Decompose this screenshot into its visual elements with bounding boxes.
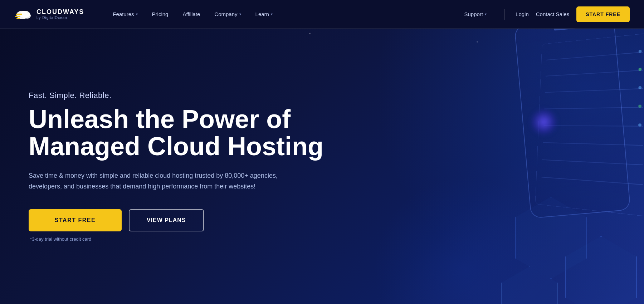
view-plans-button[interactable]: VIEW PLANS (129, 209, 204, 231)
svg-rect-5 (16, 18, 20, 19)
logo[interactable]: CLOUDWAYS by DigitalOcean (14, 7, 84, 21)
hero-title: Unleash the Power of Managed Cloud Hosti… (29, 106, 329, 160)
nav-features[interactable]: Features ▾ (106, 0, 145, 29)
chevron-down-icon: ▾ (271, 12, 273, 16)
nav-right: Support ▾ Login Contact Sales START FREE (457, 0, 630, 29)
chevron-down-icon: ▾ (136, 12, 138, 16)
svg-rect-4 (15, 16, 20, 17)
nav-contact-sales[interactable]: Contact Sales (536, 11, 569, 17)
hero-content: Fast. Simple. Reliable. Unleash the Powe… (0, 91, 358, 242)
start-free-hero-button[interactable]: START FREE (29, 209, 122, 231)
navbar: CLOUDWAYS by DigitalOcean Features ▾ Pri… (0, 0, 644, 29)
nav-learn[interactable]: Learn ▾ (248, 0, 280, 29)
nav-support[interactable]: Support ▾ (457, 0, 494, 29)
nav-company[interactable]: Company ▾ (207, 0, 248, 29)
hero-description: Save time & money with simple and reliab… (29, 171, 286, 192)
hex-container (415, 190, 644, 304)
brand-name: CLOUDWAYS (36, 9, 84, 16)
hero-tagline: Fast. Simple. Reliable. (29, 91, 329, 100)
nav-pricing[interactable]: Pricing (145, 0, 176, 29)
hero-decorative-graphics (372, 29, 644, 304)
logo-text: CLOUDWAYS by DigitalOcean (36, 9, 84, 20)
nav-divider (504, 9, 505, 20)
server-indicator (638, 123, 641, 127)
svg-rect-3 (16, 14, 22, 15)
start-free-nav-button[interactable]: START FREE (576, 6, 630, 22)
nav-login[interactable]: Login (516, 11, 529, 17)
chevron-down-icon: ▾ (239, 12, 241, 16)
hero-section: Fast. Simple. Reliable. Unleash the Powe… (0, 29, 644, 304)
svg-point-2 (24, 13, 31, 19)
cloudways-logo-icon (14, 7, 33, 21)
chevron-down-icon: ▾ (485, 12, 487, 16)
glow-orb-graphic (530, 108, 558, 136)
trial-note: *3-day trial without credit card (30, 236, 329, 242)
hero-buttons: START FREE VIEW PLANS (29, 209, 329, 231)
nav-links: Features ▾ Pricing Affiliate Company ▾ L… (106, 0, 457, 29)
nav-affiliate[interactable]: Affiliate (175, 0, 207, 29)
brand-sub: by DigitalOcean (36, 16, 84, 20)
